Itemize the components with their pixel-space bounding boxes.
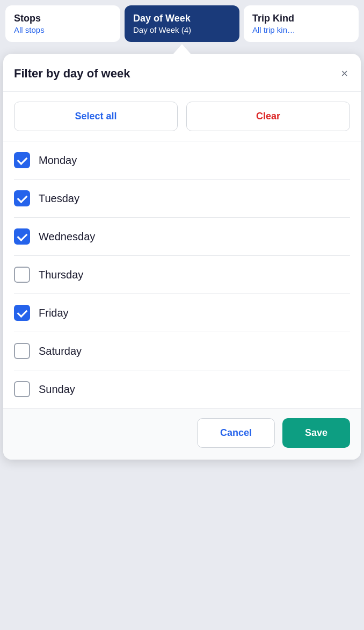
day-label-sunday: Sunday — [39, 383, 75, 396]
day-label-wednesday: Wednesday — [39, 231, 95, 243]
day-item-saturday[interactable]: Saturday — [14, 332, 350, 370]
day-list: Monday Tuesday Wednesday Thursday Friday… — [3, 141, 361, 408]
modal-footer: Cancel Save — [3, 408, 361, 460]
day-label-tuesday: Tuesday — [39, 192, 79, 205]
modal-title: Filter by day of week — [14, 67, 130, 81]
day-item-friday[interactable]: Friday — [14, 294, 350, 332]
tab-trip-kind[interactable]: Trip Kind All trip kin… — [244, 5, 359, 42]
clear-button[interactable]: Clear — [186, 102, 350, 131]
filter-tabs: Stops All stops Day of Week Day of Week … — [0, 0, 364, 42]
dropdown-arrow — [0, 42, 364, 54]
tab-tk-subtitle: All trip kin… — [252, 25, 350, 34]
save-button[interactable]: Save — [282, 418, 350, 448]
checkbox-tuesday[interactable] — [14, 190, 30, 206]
tab-tk-title: Trip Kind — [252, 13, 350, 24]
cancel-button[interactable]: Cancel — [197, 418, 275, 448]
day-label-thursday: Thursday — [39, 269, 83, 281]
tab-stops[interactable]: Stops All stops — [5, 5, 120, 42]
close-button[interactable]: × — [339, 66, 350, 82]
filter-modal: Filter by day of week × Select all Clear… — [3, 54, 361, 460]
tab-day-of-week[interactable]: Day of Week Day of Week (4) — [125, 5, 239, 42]
select-all-button[interactable]: Select all — [14, 102, 178, 131]
checkbox-sunday[interactable] — [14, 381, 30, 397]
action-buttons-row: Select all Clear — [3, 92, 361, 141]
day-item-monday[interactable]: Monday — [14, 141, 350, 180]
checkbox-friday[interactable] — [14, 305, 30, 321]
tab-dow-subtitle: Day of Week (4) — [133, 25, 231, 34]
modal-header: Filter by day of week × — [3, 54, 361, 92]
checkbox-thursday[interactable] — [14, 267, 30, 283]
day-item-wednesday[interactable]: Wednesday — [14, 218, 350, 256]
checkbox-wednesday[interactable] — [14, 228, 30, 245]
checkbox-saturday[interactable] — [14, 343, 30, 359]
day-label-saturday: Saturday — [39, 345, 82, 357]
checkbox-monday[interactable] — [14, 152, 30, 168]
day-item-sunday[interactable]: Sunday — [14, 370, 350, 408]
day-item-thursday[interactable]: Thursday — [14, 256, 350, 294]
tab-stops-title: Stops — [14, 13, 112, 24]
day-label-monday: Monday — [39, 154, 77, 167]
tab-stops-subtitle: All stops — [14, 25, 112, 34]
tab-dow-title: Day of Week — [133, 13, 231, 24]
day-item-tuesday[interactable]: Tuesday — [14, 180, 350, 218]
day-label-friday: Friday — [39, 307, 69, 319]
